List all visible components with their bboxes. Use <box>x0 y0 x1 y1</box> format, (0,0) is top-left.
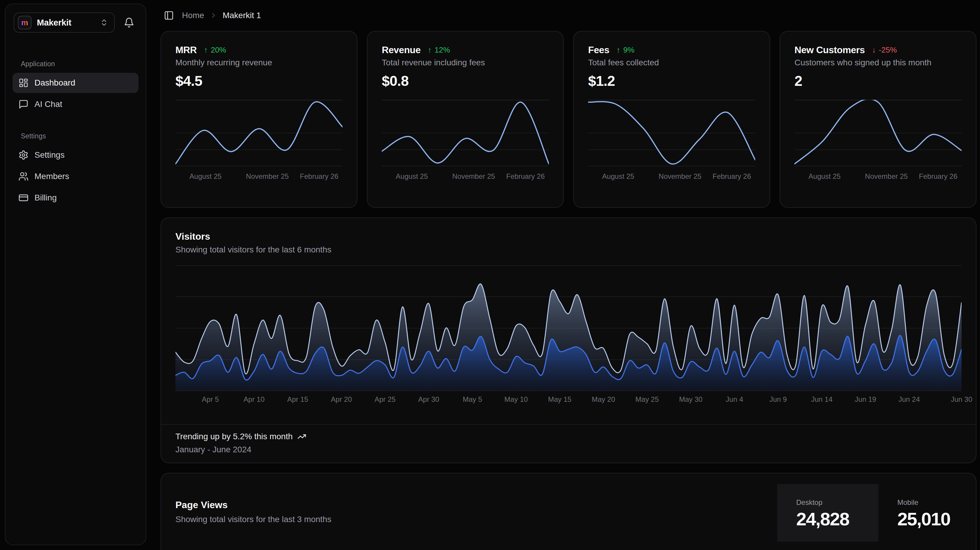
x-axis-label: November 25 <box>452 172 495 181</box>
x-axis-label: Jun 14 <box>811 395 832 404</box>
x-axis-label: Apr 20 <box>331 395 352 404</box>
desktop-toggle-button[interactable]: Desktop 24,828 <box>777 484 878 542</box>
stat-subtitle: Customers who signed up this month <box>794 58 962 67</box>
fees-sparkline-chart <box>588 100 755 166</box>
stat-change-badge: ↑ 9% <box>616 46 635 55</box>
chevrons-up-down-icon <box>100 18 108 27</box>
workspace-name: Makerkit <box>37 18 72 28</box>
gear-icon <box>18 150 29 160</box>
stat-cards-row: MRR ↑ 20% Monthly recurring revenue $4.5… <box>161 31 977 208</box>
x-axis-label: November 25 <box>659 172 702 181</box>
x-axis-label: Apr 30 <box>418 395 439 404</box>
trending-up-icon <box>298 432 306 441</box>
notifications-button[interactable] <box>119 13 138 32</box>
stat-value: $0.8 <box>382 73 549 89</box>
x-axis-label: February 26 <box>506 172 545 181</box>
makerkit-logo-letter: m <box>21 19 28 27</box>
breadcrumb-current-page: Makerkit 1 <box>223 11 261 20</box>
arrow-up-icon: ↑ <box>616 46 620 55</box>
visitors-subtitle: Showing total visitors for the last 6 mo… <box>175 245 962 255</box>
stat-change-badge: ↑ 12% <box>428 46 450 55</box>
x-axis-label: May 25 <box>635 395 659 404</box>
sparkline-x-axis: August 25 November 25 February 26 <box>794 172 962 181</box>
x-axis-label: August 25 <box>189 172 221 181</box>
credit-card-icon <box>18 193 29 203</box>
x-axis-label: February 26 <box>300 172 338 181</box>
stat-change-badge: ↑ 20% <box>204 46 226 55</box>
stat-card-new-customers: New Customers ↓ -25% Customers who signe… <box>780 31 977 208</box>
mobile-toggle-button[interactable]: Mobile 25,010 <box>884 484 980 542</box>
stat-value: $1.2 <box>588 73 755 89</box>
x-axis-label: Jun 9 <box>770 395 787 404</box>
x-axis-label: November 25 <box>246 172 289 181</box>
revenue-sparkline-chart <box>382 100 549 166</box>
x-axis-label: May 20 <box>592 395 615 404</box>
workspace-selector[interactable]: m Makerkit <box>14 13 115 33</box>
sparkline-x-axis: August 25 November 25 February 26 <box>382 172 549 181</box>
x-axis-label: Jun 30 <box>951 395 972 404</box>
stat-title: Fees <box>588 44 609 55</box>
x-axis-label: February 26 <box>919 172 958 181</box>
stat-value: 2 <box>794 73 962 89</box>
sidebar-item-label: Dashboard <box>35 78 75 87</box>
breadcrumb-home-link[interactable]: Home <box>182 11 204 20</box>
x-axis-label: May 30 <box>679 395 703 404</box>
sidebar-item-label: Settings <box>35 150 65 160</box>
stat-card-fees: Fees ↑ 9% Total fees collected $1.2 Augu… <box>573 31 770 208</box>
sidebar-item-members[interactable]: Members <box>13 166 138 187</box>
x-axis-label: November 25 <box>865 172 908 181</box>
x-axis-label: Apr 5 <box>202 395 219 404</box>
chevron-right-icon <box>210 11 217 19</box>
visitors-footer: Trending up by 5.2% this month January -… <box>161 424 976 463</box>
section-label-application: Application <box>21 60 146 68</box>
date-range-text: January - June 2024 <box>175 445 962 454</box>
sidebar-item-dashboard[interactable]: Dashboard <box>13 73 138 93</box>
stat-title: Revenue <box>382 44 421 55</box>
x-axis-label: August 25 <box>808 172 840 181</box>
x-axis-label: Apr 15 <box>287 395 308 404</box>
sidebar-item-settings[interactable]: Settings <box>13 145 138 165</box>
main-content: Home Makerkit 1 MRR ↑ 20% Monthly recurr… <box>161 0 977 550</box>
stat-card-revenue: Revenue ↑ 12% Total revenue including fe… <box>367 31 564 208</box>
x-axis-label: Apr 10 <box>243 395 265 404</box>
page-views-card: Page Views Showing total visitors for th… <box>161 473 977 550</box>
stat-subtitle: Total revenue including fees <box>382 58 549 67</box>
sidebar-item-label: Members <box>35 172 69 181</box>
arrow-up-icon: ↑ <box>204 46 208 55</box>
visitors-x-axis: Apr 5Apr 10Apr 15Apr 20Apr 25Apr 30May 5… <box>175 393 962 407</box>
breadcrumb: Home Makerkit 1 <box>161 0 977 31</box>
new-customers-sparkline-chart <box>794 100 962 166</box>
sparkline-x-axis: August 25 November 25 February 26 <box>588 172 755 181</box>
x-axis-label: February 26 <box>713 172 751 181</box>
sidebar-item-label: AI Chat <box>35 100 62 109</box>
x-axis-label: Jun 4 <box>726 395 743 404</box>
stat-title: MRR <box>175 44 197 55</box>
dashboard-page: m Makerkit Application Dashboard <box>0 0 980 550</box>
visitors-area-chart[interactable] <box>175 265 962 391</box>
mobile-total-value: 25,010 <box>897 509 980 529</box>
x-axis-label: Jun 24 <box>899 395 920 404</box>
layout-dashboard-icon <box>18 78 29 88</box>
makerkit-logo: m <box>18 16 32 29</box>
sidebar-item-label: Billing <box>35 193 57 203</box>
sidebar-toggle-button[interactable] <box>161 8 177 23</box>
sidebar-item-ai-chat[interactable]: AI Chat <box>13 94 138 114</box>
stat-subtitle: Total fees collected <box>588 58 755 67</box>
mrr-sparkline-chart <box>175 100 342 166</box>
stat-value: $4.5 <box>175 73 342 89</box>
users-icon <box>18 171 29 181</box>
x-axis-label: May 15 <box>548 395 571 404</box>
x-axis-label: May 5 <box>463 395 482 404</box>
desktop-total-value: 24,828 <box>796 509 878 529</box>
sidebar-item-billing[interactable]: Billing <box>13 188 138 208</box>
visitors-title: Visitors <box>175 231 962 242</box>
bell-icon <box>124 17 134 28</box>
x-axis-label: August 25 <box>396 172 428 181</box>
stat-change-badge: ↓ -25% <box>872 46 897 55</box>
arrow-up-icon: ↑ <box>428 46 432 55</box>
panel-left-icon <box>164 10 174 21</box>
section-label-settings: Settings <box>21 132 146 140</box>
mobile-label: Mobile <box>897 498 980 507</box>
visitors-card: Visitors Showing total visitors for the … <box>161 217 977 463</box>
stat-card-mrr: MRR ↑ 20% Monthly recurring revenue $4.5… <box>161 31 357 208</box>
